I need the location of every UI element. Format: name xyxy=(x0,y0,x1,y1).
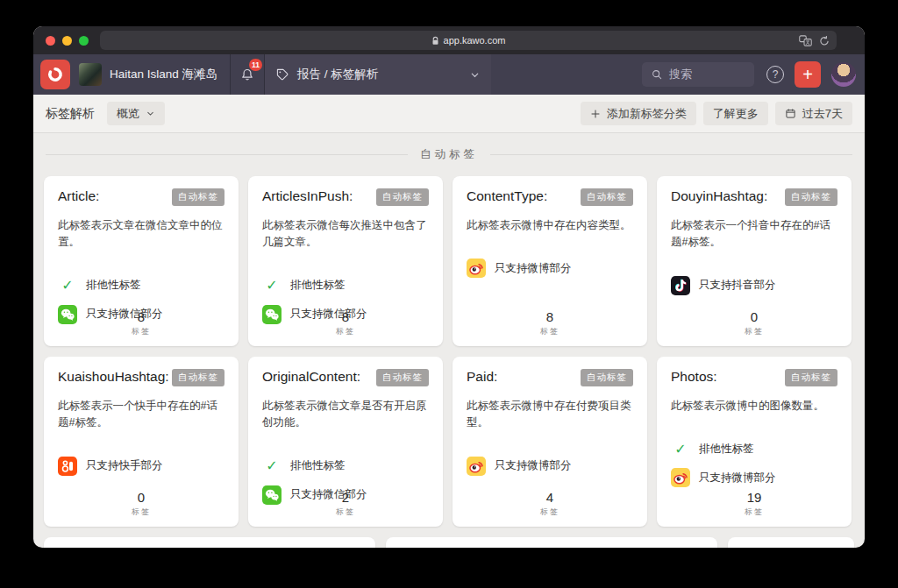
auto-tag-badge: 自动标签 xyxy=(172,188,224,206)
search-input[interactable]: 搜索 xyxy=(642,62,754,87)
notification-badge: 11 xyxy=(249,59,262,71)
platform-support-label: 只支持微博部分 xyxy=(495,261,572,276)
tag-card[interactable]: Paid: 自动标签 此标签表示微博中存在付费项目类型。 只支持微博部分 4 标… xyxy=(453,357,647,527)
tag-count-label: 标签 xyxy=(453,507,647,518)
tag-count: 4 标签 xyxy=(453,490,647,518)
user-avatar[interactable] xyxy=(831,62,856,87)
url-bar[interactable]: app.kawo.com xyxy=(100,31,837,50)
platform-support-label: 只支持抖音部分 xyxy=(699,278,776,293)
tag-card-title: Paid: xyxy=(467,369,497,385)
tag-card-title: Article: xyxy=(58,188,99,204)
partial-card[interactable] xyxy=(386,537,717,548)
date-range-button[interactable]: 过去7天 xyxy=(775,102,852,125)
platform-support-label: 只支持微博部分 xyxy=(699,471,776,485)
tag-card[interactable]: Photos: 自动标签 此标签表示微博中的图像数量。 ✓ 排他性标签 只支持微… xyxy=(657,357,852,527)
help-button[interactable]: ? xyxy=(766,66,784,83)
view-selector[interactable]: 概览 xyxy=(107,102,165,125)
platform-support-row: 只支持微博部分 xyxy=(467,457,633,476)
tag-count: 8 标签 xyxy=(453,309,647,337)
tag-count: 0 标签 xyxy=(657,309,852,337)
auto-tag-badge: 自动标签 xyxy=(785,369,837,386)
tag-card[interactable]: Article: 自动标签 此标签表示文章在微信文章中的位置。 ✓ 排他性标签 … xyxy=(44,176,239,346)
kawo-logo[interactable] xyxy=(40,60,70,89)
exclusive-tag-row: ✓ 排他性标签 xyxy=(58,276,224,295)
tag-count-number: 2 xyxy=(248,490,443,505)
close-window-button[interactable] xyxy=(46,36,55,46)
tag-count-label: 标签 xyxy=(453,326,647,337)
tag-count-label: 标签 xyxy=(44,507,239,518)
create-button[interactable]: + xyxy=(795,61,821,88)
exclusive-tag-row: ✓ 排他性标签 xyxy=(262,457,429,476)
tag-card-title: OriginalContent: xyxy=(262,369,360,385)
window-controls xyxy=(46,36,89,46)
tag-card[interactable]: ContentType: 自动标签 此标签表示微博中存在内容类型。 只支持微博部… xyxy=(453,176,647,346)
tag-card-title: DouyinHashtag: xyxy=(671,188,767,204)
auto-tag-badge: 自动标签 xyxy=(785,188,837,206)
platform-support-row: 只支持微博部分 xyxy=(671,468,837,487)
platform-support-row: 只支持抖音部分 xyxy=(671,276,837,295)
tag-count-number: 0 xyxy=(657,309,852,324)
tag-count-label: 标签 xyxy=(657,326,852,337)
partial-card[interactable] xyxy=(44,537,375,548)
translate-icon[interactable] xyxy=(799,35,812,46)
weibo-icon xyxy=(467,457,486,476)
tag-card-description: 此标签表示微博中存在内容类型。 xyxy=(467,217,633,234)
brand-name: Haitan Island 海滩岛 xyxy=(110,67,217,82)
exclusive-tag-label: 排他性标签 xyxy=(290,278,346,293)
tag-count-number: 8 xyxy=(453,309,647,324)
report-selector[interactable]: 报告 / 标签解析 xyxy=(265,54,491,95)
tag-card[interactable]: OriginalContent: 自动标签 此标签表示微信文章是否有开启原创功能… xyxy=(248,357,443,527)
search-icon xyxy=(651,68,663,81)
minimize-window-button[interactable] xyxy=(62,36,72,46)
tag-card[interactable]: KuaishouHashtag: 自动标签 此标签表示一个快手中存在的#话题#标… xyxy=(44,357,239,527)
kuaishou-icon xyxy=(58,457,77,476)
add-tag-category-button[interactable]: 添加新标签分类 xyxy=(581,102,696,125)
screen-background: app.kawo.com Haitan Island 海滩岛 xyxy=(0,0,898,588)
report-selector-label: 报告 / 标签解析 xyxy=(297,67,461,82)
tag-card-description: 此标签表示一个抖音中存在的#话题#标签。 xyxy=(671,217,837,251)
reload-icon[interactable] xyxy=(819,35,830,46)
tag-count: 19 标签 xyxy=(657,490,852,518)
auto-tag-badge: 自动标签 xyxy=(172,369,224,386)
check-icon: ✓ xyxy=(671,439,690,458)
section-divider: 自动标签 xyxy=(46,147,852,162)
auto-tag-badge: 自动标签 xyxy=(581,369,633,386)
tag-card-description: 此标签表示微信文章是否有开启原创功能。 xyxy=(262,398,429,432)
check-icon: ✓ xyxy=(58,276,77,295)
zoom-window-button[interactable] xyxy=(79,36,89,46)
exclusive-tag-row: ✓ 排他性标签 xyxy=(671,439,837,458)
check-icon: ✓ xyxy=(262,457,282,476)
app-header: Haitan Island 海滩岛 11 报告 / 标签解析 xyxy=(33,54,865,95)
brand-switcher[interactable]: Haitan Island 海滩岛 xyxy=(70,54,230,95)
tag-card[interactable]: ArticlesInPush: 自动标签 此标签表示微信每次推送中包含了几篇文章… xyxy=(248,176,443,346)
weibo-icon xyxy=(671,468,690,487)
auto-tag-badge: 自动标签 xyxy=(581,188,633,206)
calendar-icon xyxy=(785,108,796,119)
next-row-partial xyxy=(44,537,854,548)
exclusive-tag-label: 排他性标签 xyxy=(290,458,346,473)
tag-count-label: 标签 xyxy=(248,507,443,518)
tag-count-number: 4 xyxy=(453,490,647,505)
platform-support-label: 只支持快手部分 xyxy=(86,458,163,473)
exclusive-tag-label: 排他性标签 xyxy=(699,442,754,457)
tag-card-title: Photos: xyxy=(671,369,717,385)
tag-card-title: KuaishouHashtag: xyxy=(58,369,169,385)
tag-count-number: 19 xyxy=(657,490,852,505)
learn-more-button[interactable]: 了解更多 xyxy=(703,102,768,125)
notifications-button[interactable]: 11 xyxy=(231,54,264,95)
platform-support-row: 只支持快手部分 xyxy=(58,457,224,476)
browser-chrome: app.kawo.com xyxy=(33,26,865,54)
tag-card[interactable]: DouyinHashtag: 自动标签 此标签表示一个抖音中存在的#话题#标签。… xyxy=(657,176,852,346)
tag-count-number: 8 xyxy=(44,309,239,324)
weibo-icon xyxy=(467,259,486,278)
browser-window: app.kawo.com Haitan Island 海滩岛 xyxy=(33,26,865,548)
exclusive-tag-label: 排他性标签 xyxy=(86,278,141,293)
partial-card[interactable] xyxy=(728,537,854,548)
tag-count-label: 标签 xyxy=(657,507,852,518)
tag-card-title: ContentType: xyxy=(467,188,547,204)
tag-count-label: 标签 xyxy=(44,326,239,337)
section-title: 自动标签 xyxy=(420,147,478,162)
douyin-icon xyxy=(671,276,690,295)
url-text: app.kawo.com xyxy=(444,35,506,46)
content-area: 自动标签 Article: 自动标签 此标签表示文章在微信文章中的位置。 ✓ 排… xyxy=(33,133,865,548)
